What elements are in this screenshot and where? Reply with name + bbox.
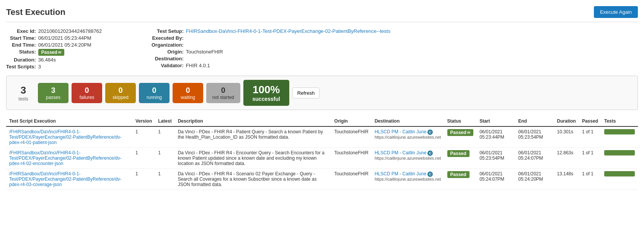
table-row: /FHIRSandbox/DaVinci/FHIR4-0-1-Test/PDEX…	[6, 169, 638, 190]
destination-cell: HLSCD PM - Caitlin JuneChttps://caitlinj…	[372, 148, 444, 169]
col-duration: Duration	[554, 116, 579, 126]
col-script: Test Script Execution	[6, 116, 132, 126]
destination-link[interactable]: HLSCD PM - Caitlin JuneC	[375, 150, 433, 155]
col-end: End	[515, 116, 554, 126]
duration-cell: 10.301s	[554, 126, 579, 148]
success-block: 100% successful	[243, 80, 289, 106]
col-destination: Destination	[372, 116, 444, 126]
col-tests: Tests	[601, 116, 638, 126]
exec-info-grid: Exec Id: 20210601202344246788762 Start T…	[6, 28, 638, 70]
end-cell: 06/01/2021 05:23:54PM	[515, 126, 554, 148]
origin-cell: TouchstoneFHIR	[331, 148, 372, 169]
running-count: 0	[145, 86, 163, 95]
script-link[interactable]: /FHIRSandbox/DaVinci/FHIR4-0-1-Test/PDEX…	[9, 171, 121, 187]
execute-again-button[interactable]: Execute Again	[594, 6, 638, 18]
running-pill[interactable]: 0 running	[139, 83, 170, 103]
table-row: /FHIRSandbox/DaVinci/FHIR4-0-1-Test/PDEX…	[6, 126, 638, 148]
success-label: successful	[250, 96, 282, 102]
failures-label: failures	[78, 95, 96, 100]
success-pct: 100%	[250, 84, 282, 96]
destination-label: Destination:	[152, 56, 184, 62]
running-label: running	[145, 95, 163, 100]
end-cell: 06/01/2021 05:24:20PM	[515, 169, 554, 190]
duration-label: Duration:	[6, 57, 36, 63]
progress-bar-fill	[604, 129, 635, 134]
organization-label: Organization:	[152, 42, 184, 48]
waiting-pill[interactable]: 0 waiting	[173, 83, 203, 103]
destination-cell: HLSCD PM - Caitlin JuneChttps://caitlinj…	[372, 169, 444, 190]
exec-info-left: Exec Id: 20210601202344246788762 Start T…	[6, 28, 152, 70]
progress-bar-wrap	[604, 150, 635, 155]
total-label: tests	[12, 96, 35, 102]
latest-cell: 1	[155, 148, 174, 169]
status-badge: PassedW	[447, 129, 474, 136]
executed-by-value	[186, 35, 638, 41]
progress-bar-fill	[604, 150, 635, 155]
not-started-label: not started	[212, 95, 234, 100]
passed-cell: 1 of 1	[579, 148, 601, 169]
duration-cell: 12.863s	[554, 148, 579, 169]
latest-cell: 1	[155, 126, 174, 148]
col-description: Description	[175, 116, 331, 126]
script-link[interactable]: /FHIRSandbox/DaVinci/FHIR4-0-1-Test/PDEX…	[9, 129, 121, 145]
page-header: Test Execution Execute Again	[6, 6, 638, 22]
page-title: Test Execution	[6, 7, 65, 17]
passes-count: 3	[44, 86, 62, 95]
test-setup-label: Test Setup:	[152, 28, 184, 34]
description-cell: Da Vinci - PDex - FHIR R4 - Encounter Qu…	[175, 148, 331, 169]
destination-cell: HLSCD PM - Caitlin JuneChttps://caitlinj…	[372, 126, 444, 148]
table-row: /FHIRSandbox/DaVinci/FHIR4-0-1-Test/PDEX…	[6, 148, 638, 169]
start-cell: 06/01/2021 05:24:07PM	[476, 169, 515, 190]
start-cell: 06/01/2021 05:23:44PM	[476, 126, 515, 148]
origin-label: Origin:	[152, 49, 184, 55]
failures-pill[interactable]: 0 failures	[72, 83, 102, 103]
not-started-pill[interactable]: 0 not started	[206, 83, 240, 103]
script-cell: /FHIRSandbox/DaVinci/FHIR4-0-1-Test/PDEX…	[6, 169, 132, 190]
col-status: Status	[444, 116, 477, 126]
origin-cell: TouchstoneFHIR	[331, 169, 372, 190]
status-cell: Passed	[444, 169, 477, 190]
script-cell: /FHIRSandbox/DaVinci/FHIR4-0-1-Test/PDEX…	[6, 126, 132, 148]
test-setup-link[interactable]: FHIRSandbox-DaVinci-FHIR4-0-1-Test-PDEX-…	[186, 28, 390, 34]
organization-value	[186, 42, 638, 48]
skipped-count: 0	[111, 86, 130, 95]
status-badge: Passed	[447, 171, 470, 178]
passed-cell: 1 of 1	[579, 126, 601, 148]
status-badge: PassedW	[38, 49, 65, 56]
tests-cell	[601, 126, 638, 148]
col-start: Start	[476, 116, 515, 126]
progress-bar-wrap	[604, 171, 635, 176]
duration-cell: 13.148s	[554, 169, 579, 190]
stat-total: 3 tests	[12, 84, 35, 102]
end-time-value: 06/01/2021 05:24:20PM	[38, 42, 152, 48]
col-origin: Origin	[331, 116, 372, 126]
skipped-pill[interactable]: 0 skipped	[105, 83, 136, 103]
stats-bar: 3 tests 3 passes 0 failures 0 skipped 0 …	[6, 76, 638, 110]
destination-link[interactable]: HLSCD PM - Caitlin JuneC	[375, 129, 433, 134]
start-time-label: Start Time:	[6, 35, 36, 41]
passed-cell: 1 of 1	[579, 169, 601, 190]
test-script-table: Test Script Execution Version Latest Des…	[6, 116, 638, 190]
passes-pill[interactable]: 3 passes	[38, 83, 68, 103]
status-value: PassedW	[38, 49, 152, 56]
status-cell: PassedW	[444, 126, 477, 148]
passes-label: passes	[44, 95, 62, 100]
not-started-count: 0	[212, 86, 234, 95]
executed-by-label: Executed By:	[152, 35, 184, 41]
script-link[interactable]: /FHIRSandbox/DaVinci/FHIR4-0-1-Test/PDEX…	[9, 150, 121, 166]
test-setup-value: FHIRSandbox-DaVinci-FHIR4-0-1-Test-PDEX-…	[186, 28, 638, 34]
destination-url: https://caitlinjune.azurewebsites.net	[375, 135, 441, 139]
total-count: 3	[12, 84, 35, 96]
exec-info-right: Test Setup: FHIRSandbox-DaVinci-FHIR4-0-…	[152, 28, 638, 70]
validator-value: FHIR 4.0.1	[186, 63, 638, 68]
destination-url: https://caitlinjune.azurewebsites.net	[375, 156, 441, 160]
exec-id-label: Exec Id:	[6, 28, 36, 34]
failures-count: 0	[78, 86, 96, 95]
version-cell: 1	[132, 148, 155, 169]
description-cell: Da Vinci - PDex - FHIR R4 - Patient Quer…	[175, 126, 331, 148]
version-cell: 1	[132, 169, 155, 190]
duration-value: 36.484s	[38, 57, 152, 63]
destination-link[interactable]: HLSCD PM - Caitlin JuneC	[375, 171, 433, 176]
refresh-button[interactable]: Refresh	[292, 87, 320, 99]
description-cell: Da Vinci - PDex - FHIR R4 - Scenario 02 …	[175, 169, 331, 190]
